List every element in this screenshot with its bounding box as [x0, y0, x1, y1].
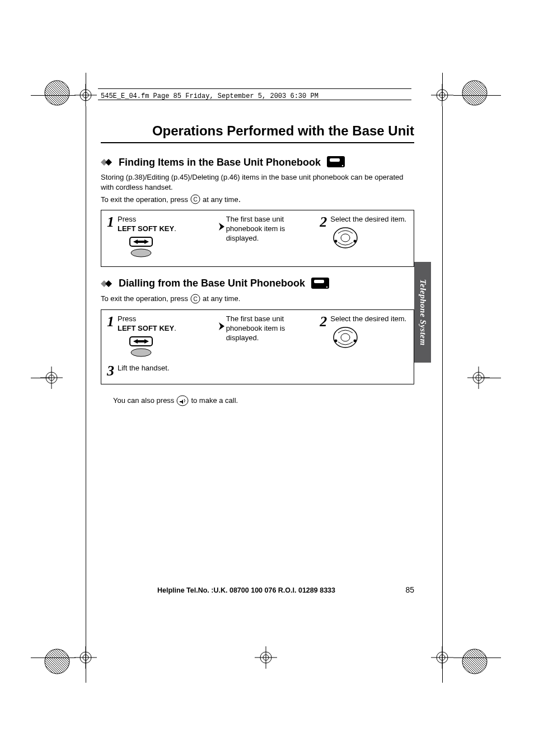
crosshair-icon — [255, 646, 277, 669]
section-title: Dialling from the Base Unit Phonebook — [119, 278, 305, 289]
step-number: 1 — [107, 314, 114, 329]
crop-line — [31, 378, 50, 378]
svg-point-58 — [335, 339, 338, 342]
registration-ball-icon — [461, 648, 488, 675]
steps-box: 1 PressLEFT SOFT KEY. — [101, 309, 414, 384]
step-number: 2 — [320, 314, 327, 329]
c-key-icon: C — [190, 194, 200, 204]
svg-point-40 — [131, 249, 151, 257]
soft-key-icon — [128, 236, 176, 261]
svg-point-2 — [45, 649, 69, 674]
svg-point-0 — [45, 81, 69, 105]
soft-key-icon — [128, 336, 176, 360]
step-number: 2 — [320, 215, 327, 229]
title-rule — [101, 142, 414, 143]
svg-point-43 — [341, 234, 350, 242]
step-result: The first base unit phonebook item is di… — [226, 215, 320, 243]
crop-line — [31, 658, 76, 658]
crop-line — [31, 95, 76, 96]
footnote: You can also press to make a call. — [113, 395, 414, 407]
svg-marker-55 — [219, 322, 224, 330]
step-1: 1 PressLEFT SOFT KEY. — [107, 215, 217, 261]
svg-point-59 — [354, 339, 357, 342]
base-unit-icon — [326, 156, 345, 169]
exit-pre: To exit the operation, press — [101, 294, 188, 303]
crop-line — [86, 73, 86, 101]
step-3: 3 Lift the handset. — [107, 364, 219, 378]
svg-point-50 — [326, 287, 327, 288]
exit-post: at any time. — [203, 294, 240, 303]
exit-instruction: To exit the operation, press C at any ti… — [101, 294, 414, 304]
svg-marker-47 — [105, 280, 112, 287]
steps-box: 1 PressLEFT SOFT KEY. — [101, 210, 414, 267]
crop-line — [453, 658, 501, 658]
svg-rect-35 — [330, 158, 340, 162]
svg-point-57 — [341, 334, 350, 341]
navigator-key-icon — [332, 227, 406, 251]
page-title: Operations Performed with the Base Unit — [101, 123, 414, 139]
crop-line — [481, 378, 501, 378]
svg-point-45 — [354, 240, 357, 242]
diamond-bullet-icon — [101, 158, 115, 166]
exit-instruction: To exit the operation, press C at any ti… — [101, 194, 414, 204]
diamond-bullet-icon — [101, 280, 115, 288]
section-intro: Storing (p.38)/Editing (p.45)/Deleting (… — [101, 172, 414, 192]
note-post: to make a call. — [191, 396, 238, 405]
svg-point-44 — [335, 240, 338, 242]
crop-line — [442, 106, 443, 666]
speakerphone-key-icon — [176, 395, 189, 407]
section-heading: Dialling from the Base Unit Phonebook — [101, 277, 414, 290]
registration-ball-icon — [44, 79, 71, 106]
svg-rect-49 — [314, 280, 324, 283]
svg-point-1 — [462, 81, 487, 105]
navigator-key-icon — [332, 326, 406, 351]
exit-pre: To exit the operation, press — [101, 195, 188, 204]
base-unit-icon — [311, 277, 330, 290]
exit-post: at any time. — [203, 194, 241, 204]
note-pre: You can also press — [113, 396, 174, 405]
crop-line — [453, 95, 501, 96]
svg-text:C: C — [193, 196, 197, 203]
section-heading: Finding Items in the Base Unit Phonebook — [101, 156, 414, 169]
header-rule — [98, 100, 411, 100]
c-key-icon: C — [190, 294, 200, 304]
svg-point-3 — [462, 649, 487, 674]
section-title: Finding Items in the Base Unit Phonebook — [119, 157, 321, 168]
registration-ball-icon — [44, 648, 71, 675]
svg-marker-41 — [219, 223, 224, 231]
chapter-tab-label: Telephone System — [418, 279, 428, 346]
arrow-icon — [217, 314, 226, 330]
svg-marker-33 — [105, 159, 112, 166]
crop-line — [442, 666, 443, 683]
page-number: 85 — [392, 585, 414, 594]
arrow-icon — [217, 215, 226, 231]
header-rule — [98, 88, 411, 89]
crop-line — [442, 73, 443, 101]
step-1: 1 PressLEFT SOFT KEY. — [107, 314, 217, 360]
running-head: 545E_E_04.fm Page 85 Friday, September 5… — [101, 92, 318, 100]
svg-point-54 — [131, 349, 151, 356]
crop-line — [86, 666, 86, 683]
page-footer: Helpline Tel.No. :U.K. 08700 100 076 R.O… — [101, 585, 414, 594]
helpline-text: Helpline Tel.No. :U.K. 08700 100 076 R.O… — [101, 586, 392, 594]
chapter-tab: Telephone System — [414, 262, 431, 363]
registration-ball-icon — [461, 79, 488, 106]
step-2: 2 Select the desired item. — [320, 314, 408, 351]
step-result: The first base unit phonebook item is di… — [226, 314, 320, 343]
step-2: 2 Select the desired item. — [320, 215, 408, 251]
svg-point-36 — [342, 165, 343, 166]
crop-line — [86, 106, 86, 666]
step-number: 3 — [107, 364, 114, 378]
step-number: 1 — [107, 215, 114, 229]
svg-text:C: C — [193, 296, 197, 302]
